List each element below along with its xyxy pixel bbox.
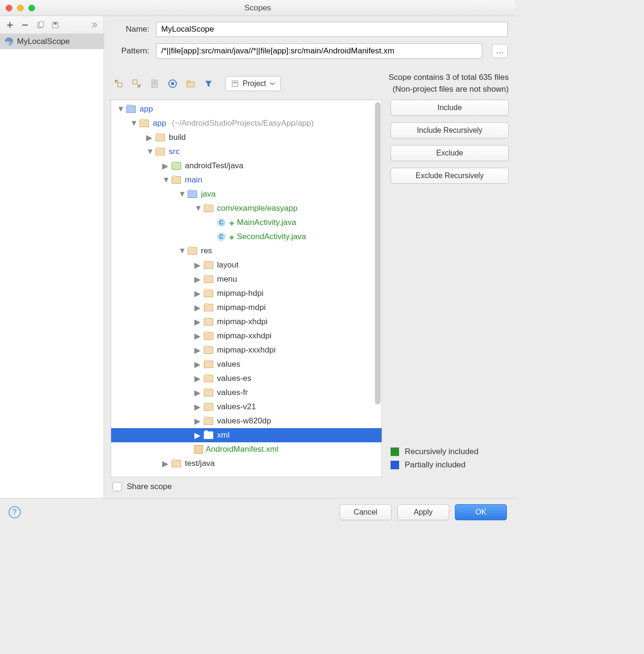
- tree-scrollbar[interactable]: [375, 102, 381, 404]
- folder-icon: [204, 290, 213, 297]
- tree-label: main: [185, 175, 202, 185]
- svg-rect-11: [232, 81, 238, 86]
- tree-row[interactable]: ▶mipmap-xhdpi: [111, 315, 382, 329]
- scope-info-line2: (Non-project files are not shown): [389, 84, 509, 95]
- share-scope-checkbox[interactable]: [113, 482, 122, 491]
- copy-scope-button[interactable]: [34, 19, 46, 31]
- folder-view-icon[interactable]: [183, 76, 199, 92]
- folder-icon: [204, 361, 213, 368]
- sidebar-toolbar: [0, 16, 104, 34]
- vcs-icon: ◆: [229, 219, 234, 226]
- ok-button[interactable]: OK: [455, 504, 507, 520]
- tree-label: values-es: [217, 374, 252, 383]
- chevron-right-icon: ▶: [194, 416, 201, 426]
- exclude-recursively-button[interactable]: Exclude Recursively: [391, 168, 509, 184]
- tree-row-src[interactable]: ▼ src: [111, 145, 382, 159]
- folder-icon: [204, 431, 213, 439]
- module-icon: [126, 105, 136, 113]
- scope-name-input[interactable]: [156, 22, 508, 37]
- tree-label: src: [169, 147, 180, 156]
- tree-row-main[interactable]: ▼ main: [111, 173, 382, 187]
- include-button[interactable]: Include: [391, 100, 509, 116]
- tree-row[interactable]: ▶values-fr: [111, 386, 382, 400]
- tree-row[interactable]: ▶mipmap-hdpi: [111, 286, 382, 301]
- exclude-button[interactable]: Exclude: [391, 145, 509, 161]
- package-view-icon[interactable]: [165, 76, 181, 92]
- tree-label: mipmap-xhdpi: [217, 317, 268, 327]
- tree-expand-icon[interactable]: [111, 76, 127, 92]
- scope-tree[interactable]: ▼ app ▼ app (~/AndroidStudioProjects/Eas…: [111, 100, 382, 477]
- remove-scope-button[interactable]: [19, 19, 31, 31]
- tree-label: test/java: [185, 459, 215, 468]
- java-class-icon: C: [217, 218, 226, 227]
- help-button[interactable]: ?: [9, 506, 21, 518]
- tree-row-package[interactable]: ▼ com/example/easyapp: [111, 201, 382, 215]
- tree-label: androidTest/java: [185, 161, 244, 171]
- legend-swatch-recursive: [391, 447, 399, 456]
- tree-row[interactable]: ▶values-v21: [111, 400, 382, 414]
- folder-icon: [204, 332, 213, 340]
- tree-row-build[interactable]: ▶ build: [111, 130, 382, 145]
- folder-icon: [204, 304, 213, 311]
- tree-row[interactable]: ▶mipmap-xxhdpi: [111, 329, 382, 343]
- include-recursively-button[interactable]: Include Recursively: [391, 122, 509, 138]
- tree-row[interactable]: ▶layout: [111, 258, 382, 272]
- tree-label: xml: [217, 430, 229, 440]
- tree-row[interactable]: ▶values-w820dp: [111, 414, 382, 428]
- tree-row-app-module[interactable]: ▼ app (~/AndroidStudioProjects/EasyApp/a…: [111, 116, 382, 130]
- tree-row[interactable]: ▶values: [111, 357, 382, 371]
- share-scope-label: Share scope: [127, 482, 172, 491]
- chevron-right-icon: ▶: [194, 260, 201, 270]
- scope-pattern-input[interactable]: [156, 43, 482, 59]
- svg-rect-3: [54, 22, 57, 25]
- chevron-right-icon: ▶: [194, 360, 201, 370]
- chevron-down-icon: ▼: [178, 189, 185, 199]
- tree-row[interactable]: ▶mipmap-mdpi: [111, 301, 382, 315]
- tree-row-res[interactable]: ▼ res: [111, 244, 382, 258]
- tree-row-androidtest[interactable]: ▶ androidTest/java: [111, 159, 382, 173]
- scope-source-dropdown[interactable]: Project: [225, 76, 281, 91]
- sidebar-scope-label: MyLocalScope: [17, 37, 70, 46]
- tree-row-xml-selected[interactable]: ▶xml: [111, 428, 382, 442]
- window-title: Scopes: [0, 3, 515, 13]
- legend-swatch-partial: [391, 461, 399, 469]
- name-label: Name:: [111, 25, 149, 34]
- tree-path: (~/AndroidStudioProjects/EasyApp/app): [172, 119, 313, 128]
- tree-row-file[interactable]: C ◆ MainActivity.java: [111, 215, 382, 230]
- add-scope-button[interactable]: [4, 19, 16, 31]
- tree-row[interactable]: ▶mipmap-xxxhdpi: [111, 343, 382, 357]
- tree-label: com/example/easyapp: [217, 204, 297, 213]
- collapse-sidebar-button[interactable]: [87, 19, 100, 31]
- svg-rect-12: [233, 82, 237, 83]
- tree-row-manifest[interactable]: AndroidManifest.xml: [111, 442, 382, 456]
- tree-label: mipmap-xxhdpi: [217, 331, 271, 341]
- tree-label: values-v21: [217, 402, 256, 412]
- save-scope-button[interactable]: [49, 19, 61, 31]
- chevron-right-icon: ▶: [194, 430, 201, 440]
- chevron-right-icon: ▶: [194, 317, 201, 327]
- files-view-icon[interactable]: [147, 76, 163, 92]
- vcs-icon: ◆: [229, 233, 234, 241]
- tree-label: layout: [217, 260, 238, 270]
- apply-button[interactable]: Apply: [397, 504, 449, 520]
- legend-recursively-label: Recursively included: [405, 447, 479, 456]
- cancel-button[interactable]: Cancel: [339, 504, 392, 520]
- sidebar-scope-item[interactable]: MyLocalScope: [0, 34, 104, 49]
- folder-icon: [156, 148, 165, 155]
- tree-label: values-fr: [217, 388, 248, 397]
- tree-row[interactable]: ▶menu: [111, 272, 382, 286]
- chevron-down-icon: ▼: [178, 246, 185, 256]
- tree-label: app: [139, 104, 153, 114]
- filter-icon[interactable]: [200, 76, 217, 92]
- tree-collapse-icon[interactable]: [129, 76, 145, 92]
- tree-row-file[interactable]: C ◆ SecondActivity.java: [111, 230, 382, 244]
- chevron-down-icon: ▼: [162, 175, 169, 185]
- tree-row-java[interactable]: ▼ java: [111, 187, 382, 201]
- svg-rect-1: [39, 22, 44, 27]
- tree-row-test[interactable]: ▶test/java: [111, 456, 382, 471]
- tree-row-app-root[interactable]: ▼ app: [111, 102, 382, 116]
- pattern-expand-button[interactable]: …: [492, 44, 508, 58]
- tree-label: values-w820dp: [217, 416, 271, 426]
- tree-row[interactable]: ▶values-es: [111, 371, 382, 386]
- sidebar: MyLocalScope: [0, 16, 104, 498]
